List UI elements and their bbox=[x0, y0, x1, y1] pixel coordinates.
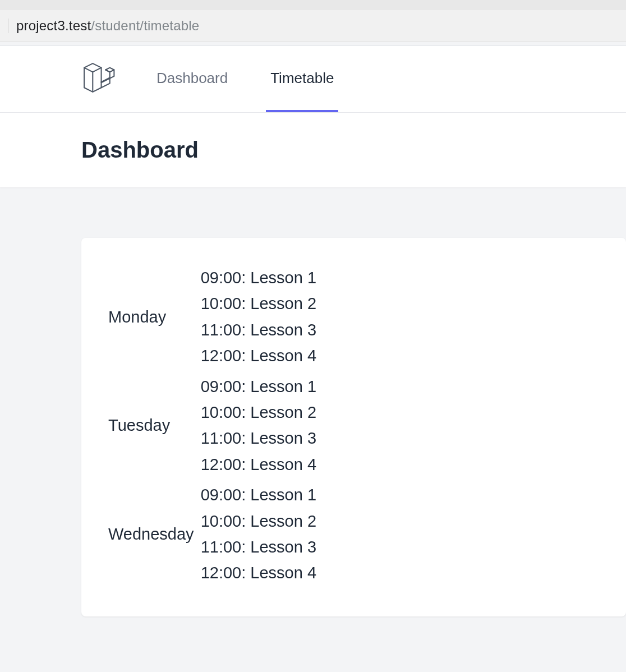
lesson-entry: 10:00: Lesson 2 bbox=[201, 399, 316, 425]
timetable-card: Monday 09:00: Lesson 1 10:00: Lesson 2 1… bbox=[81, 238, 626, 616]
lessons-cell: 09:00: Lesson 1 10:00: Lesson 2 11:00: L… bbox=[201, 480, 321, 588]
lesson-entry: 10:00: Lesson 2 bbox=[201, 508, 316, 534]
lessons-cell: 09:00: Lesson 1 10:00: Lesson 2 11:00: L… bbox=[201, 263, 321, 371]
table-row: Wednesday 09:00: Lesson 1 10:00: Lesson … bbox=[108, 480, 321, 588]
lesson-entry: 12:00: Lesson 4 bbox=[201, 452, 316, 477]
content-wrap: Monday 09:00: Lesson 1 10:00: Lesson 2 1… bbox=[0, 187, 626, 639]
lesson-entry: 11:00: Lesson 3 bbox=[201, 425, 316, 451]
nav-label: Dashboard bbox=[156, 70, 228, 87]
lesson-entry: 11:00: Lesson 3 bbox=[201, 317, 316, 343]
page-header: Dashboard bbox=[0, 113, 626, 187]
table-row: Monday 09:00: Lesson 1 10:00: Lesson 2 1… bbox=[108, 263, 321, 371]
timetable-table: Monday 09:00: Lesson 1 10:00: Lesson 2 1… bbox=[108, 263, 321, 588]
nav-label: Timetable bbox=[270, 70, 334, 87]
day-name: Tuesday bbox=[108, 371, 201, 480]
lesson-entry: 09:00: Lesson 1 bbox=[201, 482, 316, 508]
nav-item-timetable[interactable]: Timetable bbox=[266, 46, 338, 112]
browser-chrome: ​ project3.test/student/timetable bbox=[0, 0, 626, 42]
day-name: Monday bbox=[108, 263, 201, 371]
lesson-entry: 11:00: Lesson 3 bbox=[201, 534, 316, 560]
lesson-entry: 10:00: Lesson 2 bbox=[201, 291, 316, 316]
lesson-entry: 09:00: Lesson 1 bbox=[201, 374, 316, 399]
app-logo[interactable] bbox=[81, 61, 118, 98]
lessons-cell: 09:00: Lesson 1 10:00: Lesson 2 11:00: L… bbox=[201, 371, 321, 480]
url-host: project3.test bbox=[16, 18, 91, 33]
nav-items: Dashboard Timetable bbox=[152, 46, 372, 112]
top-nav: Dashboard Timetable bbox=[0, 45, 626, 113]
laravel-logo-icon bbox=[81, 61, 118, 98]
page-title: Dashboard bbox=[81, 137, 626, 163]
url-path: /student/timetable bbox=[91, 18, 199, 33]
url-text: project3.test/student/timetable bbox=[16, 18, 199, 34]
nav-item-dashboard[interactable]: Dashboard bbox=[152, 46, 232, 112]
table-row: Tuesday 09:00: Lesson 1 10:00: Lesson 2 … bbox=[108, 371, 321, 480]
url-security-indicator: ​ bbox=[0, 19, 8, 33]
day-name: Wednesday bbox=[108, 480, 201, 588]
url-bar[interactable]: ​ project3.test/student/timetable bbox=[0, 10, 626, 42]
browser-tab-area bbox=[0, 0, 626, 10]
lesson-entry: 12:00: Lesson 4 bbox=[201, 560, 316, 586]
lesson-entry: 09:00: Lesson 1 bbox=[201, 265, 316, 291]
lesson-entry: 12:00: Lesson 4 bbox=[201, 343, 316, 369]
